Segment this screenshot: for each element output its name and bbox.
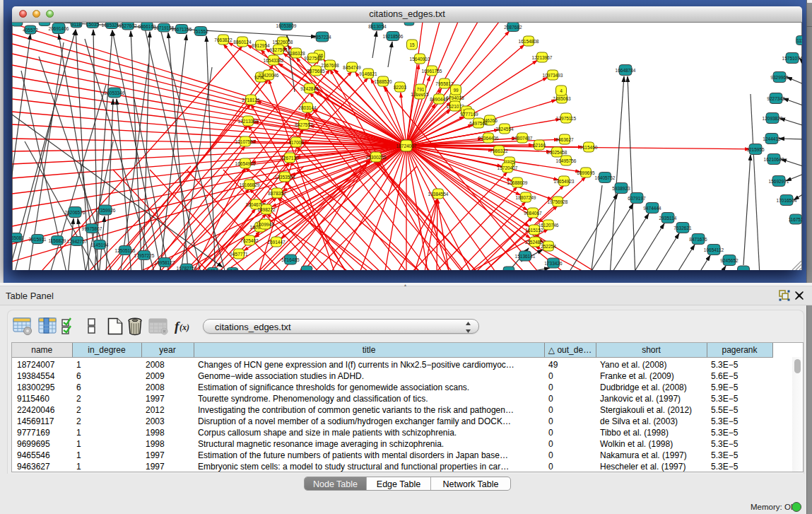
svg-text:16961755: 16961755: [422, 69, 442, 74]
svg-text:15136141: 15136141: [515, 254, 536, 259]
svg-text:19166829: 19166829: [240, 182, 260, 187]
svg-text:791: 791: [417, 87, 425, 92]
svg-text:16053809: 16053809: [276, 23, 297, 28]
svg-text:9118: 9118: [71, 23, 81, 27]
svg-text:15035: 15035: [86, 23, 99, 27]
svg-text:7955812: 7955812: [435, 81, 454, 86]
svg-text:16405752: 16405752: [595, 175, 616, 180]
svg-text:17957225: 17957225: [134, 253, 155, 258]
svg-text:417004: 417004: [288, 140, 304, 145]
svg-text:7632621: 7632621: [673, 226, 692, 230]
svg-text:20691406: 20691406: [49, 26, 69, 31]
svg-text:1156829: 1156829: [49, 238, 66, 243]
svg-text:20364436: 20364436: [478, 136, 499, 141]
svg-text:18807249: 18807249: [516, 195, 536, 200]
svg-text:9327508: 9327508: [304, 56, 322, 61]
svg-text:1588520: 1588520: [374, 79, 392, 84]
svg-text:9146821: 9146821: [359, 71, 377, 76]
svg-text:1691447: 1691447: [267, 240, 286, 245]
svg-text:12505135: 12505135: [115, 248, 136, 253]
svg-text:8427552: 8427552: [295, 122, 313, 127]
svg-text:19218506: 19218506: [383, 34, 404, 39]
svg-text:116753: 116753: [788, 217, 802, 222]
svg-text:16120746: 16120746: [539, 223, 559, 228]
svg-text:15640910: 15640910: [410, 57, 430, 62]
svg-text:15751074: 15751074: [782, 56, 802, 61]
svg-text:3824554: 3824554: [495, 127, 514, 132]
svg-text:10025458: 10025458: [547, 150, 567, 155]
svg-text:3215955: 3215955: [746, 147, 765, 152]
svg-text:1244415: 1244415: [763, 136, 781, 141]
svg-text:16782759: 16782759: [177, 266, 197, 271]
svg-text:99975867: 99975867: [82, 226, 102, 231]
svg-text:8912954: 8912954: [252, 43, 270, 48]
svg-text:6794028: 6794028: [446, 95, 464, 100]
svg-text:9777169: 9777169: [460, 112, 478, 117]
svg-text:3915911: 3915911: [29, 237, 47, 242]
svg-text:9245: 9245: [228, 269, 238, 271]
svg-text:17359926: 17359926: [95, 208, 116, 213]
svg-text:12975115: 12975115: [556, 116, 577, 121]
svg-text:26053346: 26053346: [105, 90, 125, 95]
svg-text:16495756: 16495756: [556, 158, 577, 163]
svg-text:1527602: 1527602: [119, 23, 137, 28]
svg-text:22420046: 22420046: [259, 73, 279, 78]
svg-text:8471676: 8471676: [689, 237, 707, 242]
svg-text:8878352: 8878352: [268, 191, 286, 196]
svg-text:751552: 751552: [193, 29, 208, 34]
svg-text:9115460: 9115460: [580, 145, 598, 150]
svg-text:835081: 835081: [12, 235, 24, 240]
svg-text:9457771: 9457771: [230, 252, 248, 257]
svg-text:15692971: 15692971: [769, 179, 789, 184]
svg-text:16210643: 16210643: [764, 157, 784, 162]
svg-text:2935114: 2935114: [659, 216, 677, 221]
svg-text:5716485: 5716485: [281, 257, 300, 262]
svg-text:12353594: 12353594: [275, 175, 295, 180]
svg-text:1145194: 1145194: [91, 243, 109, 247]
svg-text:5938923: 5938923: [612, 186, 630, 191]
svg-text:9084067: 9084067: [524, 211, 542, 216]
svg-text:10688609: 10688609: [507, 180, 528, 185]
svg-text:16648784: 16648784: [616, 68, 636, 73]
svg-text:8813054: 8813054: [368, 24, 387, 29]
svg-text:12093822: 12093822: [763, 116, 783, 121]
svg-text:7986322: 7986322: [490, 148, 508, 153]
svg-text:1498222: 1498222: [257, 207, 276, 212]
svg-text:10958127: 10958127: [155, 260, 175, 265]
svg-text:2367608: 2367608: [321, 63, 339, 68]
svg-text:6497568: 6497568: [469, 121, 488, 126]
svg-text:8454749: 8454749: [343, 65, 361, 70]
svg-text:17016504: 17016504: [777, 198, 797, 203]
svg-text:2087682: 2087682: [504, 25, 522, 30]
svg-text:9463627: 9463627: [555, 137, 574, 142]
svg-text:6379197: 6379197: [628, 196, 646, 201]
svg-text:3875685: 3875685: [307, 69, 325, 74]
svg-text:16654936: 16654936: [235, 161, 256, 166]
svg-text:8186328: 8186328: [287, 51, 305, 56]
svg-text:25300235: 25300235: [366, 155, 387, 160]
svg-text:99: 99: [453, 88, 459, 93]
svg-text:9242848: 9242848: [300, 86, 319, 91]
svg-text:20206576: 20206576: [65, 210, 86, 215]
svg-text:9245652: 9245652: [720, 258, 739, 263]
svg-text:7663822: 7663822: [214, 37, 233, 42]
svg-text:12213369: 12213369: [238, 119, 259, 124]
svg-text:10107552: 10107552: [235, 139, 256, 144]
svg-text:6899695: 6899695: [577, 170, 595, 175]
svg-text:10654112: 10654112: [704, 247, 724, 252]
svg-text:2803144: 2803144: [298, 105, 317, 110]
svg-text:1615152: 1615152: [525, 228, 543, 233]
svg-text:4: 4: [560, 88, 563, 93]
svg-text:1733426: 1733426: [544, 261, 563, 266]
svg-text:7485063: 7485063: [553, 96, 571, 101]
svg-text:15226058: 15226058: [273, 40, 293, 45]
svg-text:(x): (x): [180, 322, 189, 332]
svg-text:18724007: 18724007: [396, 144, 417, 148]
svg-text:9227342: 9227342: [767, 96, 785, 101]
svg-text:3267130: 3267130: [281, 156, 299, 160]
svg-text:82203: 82203: [394, 85, 406, 90]
svg-text:10807487: 10807487: [512, 136, 533, 141]
svg-text:9329966: 9329966: [770, 75, 789, 80]
svg-text:10973493: 10973493: [543, 73, 563, 78]
svg-text:7857224: 7857224: [313, 35, 331, 40]
